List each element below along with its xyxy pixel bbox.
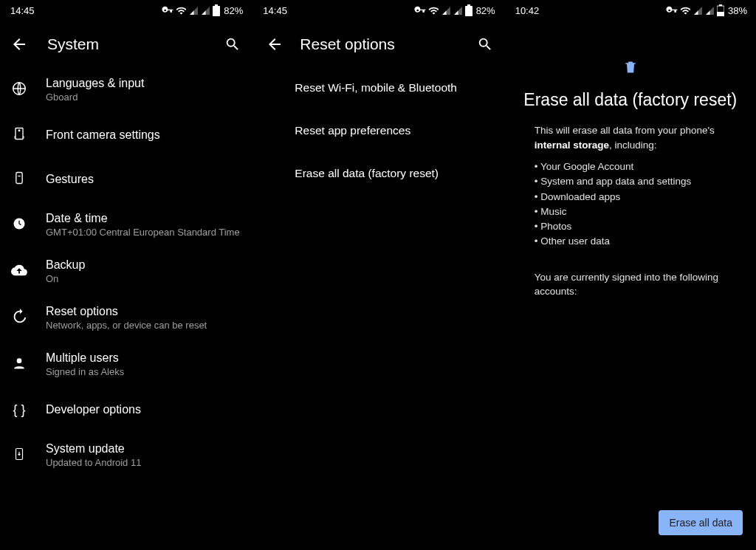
status-time: 14:45: [263, 5, 287, 16]
status-right: 82%: [414, 4, 495, 16]
selfie-camera-icon: [12, 126, 27, 144]
row-multiple-users[interactable]: Multiple usersSigned in as Aleks: [0, 341, 252, 388]
search-button[interactable]: [224, 35, 241, 53]
row-title: Date & time: [46, 212, 240, 225]
signal-icon: [189, 6, 199, 16]
battery-icon: [213, 4, 220, 16]
signal-icon: [441, 6, 451, 16]
row-title: Gestures: [46, 173, 94, 186]
page-title: Erase all data (factory reset): [515, 90, 746, 110]
row-title: System update: [46, 442, 141, 456]
factory-reset-accounts-note: You are currently signed into the follow…: [505, 250, 756, 299]
back-button[interactable]: [266, 35, 284, 53]
signal-icon: [705, 6, 715, 16]
screen-factory-reset: 10:42 38% Erase all data (factory reset)…: [504, 0, 756, 550]
trash-icon: [623, 59, 638, 78]
row-reset-options[interactable]: Reset optionsNetwork, apps, or device ca…: [0, 295, 252, 341]
svg-rect-9: [465, 6, 472, 16]
vpn-key-icon: [666, 4, 678, 16]
wifi-icon: [176, 5, 187, 16]
svg-rect-5: [16, 173, 22, 184]
row-front-camera[interactable]: Front camera settings: [0, 113, 252, 157]
status-battery: 82%: [476, 5, 495, 16]
screen-system: 14:45 82% System Languages & inputGbo: [0, 0, 252, 550]
status-bar: 14:45 82%: [0, 0, 252, 21]
cloud-upload-icon: [11, 262, 27, 281]
row-title: Multiple users: [46, 351, 124, 365]
person-icon: [12, 356, 27, 374]
wifi-icon: [680, 5, 691, 16]
status-battery: 82%: [224, 5, 243, 16]
row-system-update[interactable]: System updateUpdated to Android 11: [0, 432, 252, 478]
row-title: Reset options: [46, 305, 207, 318]
page-title: System: [47, 35, 205, 53]
row-backup[interactable]: BackupOn: [0, 248, 252, 295]
arrow-back-icon: [10, 35, 28, 53]
row-subtitle: Network, apps, or device can be reset: [46, 320, 207, 331]
wifi-icon: [428, 5, 439, 16]
vpn-key-icon: [414, 4, 426, 16]
history-icon: [11, 309, 27, 328]
erase-all-data-button[interactable]: Erase all data: [659, 510, 743, 535]
bullet-item: Photos: [535, 219, 738, 234]
factory-reset-intro: This will erase all data from your phone…: [505, 123, 756, 152]
bullet-item: Music: [535, 204, 738, 219]
vpn-key-icon: [162, 4, 173, 16]
row-gestures[interactable]: Gestures: [0, 157, 252, 202]
arrow-back-icon: [266, 35, 284, 53]
search-icon: [477, 36, 493, 52]
battery-icon: [465, 4, 472, 16]
status-bar: 14:45 82%: [252, 0, 504, 21]
status-time: 10:42: [515, 5, 540, 16]
row-reset-wifi-mobile-bt[interactable]: Reset Wi-Fi, mobile & Bluetooth: [252, 66, 504, 109]
row-subtitle: Updated to Android 11: [46, 457, 141, 468]
back-button[interactable]: [10, 35, 28, 53]
row-title: Reset app preferences: [295, 124, 410, 137]
svg-rect-0: [213, 6, 220, 16]
row-subtitle: GMT+01:00 Central European Standard Time: [46, 227, 240, 238]
factory-reset-body: Erase all data (factory reset) This will…: [505, 21, 756, 299]
signal-icon: [693, 6, 703, 16]
search-icon: [224, 36, 241, 52]
screen-reset-options: 14:45 82% Reset options Reset Wi-Fi, mob…: [252, 0, 504, 550]
row-developer-options[interactable]: { } Developer options: [0, 388, 252, 432]
app-header: Reset options: [252, 21, 504, 66]
row-title: Languages & input: [46, 77, 144, 90]
search-button[interactable]: [476, 35, 494, 53]
battery-icon: [717, 4, 724, 16]
row-subtitle: Signed in as Aleks: [46, 366, 124, 377]
clock-icon: [12, 216, 27, 234]
bullet-item: Your Google Account: [535, 159, 738, 174]
status-bar: 10:42 38%: [505, 0, 756, 21]
row-date-time[interactable]: Date & timeGMT+01:00 Central European St…: [0, 202, 252, 248]
status-battery: 38%: [728, 5, 747, 16]
row-subtitle: Gboard: [46, 92, 144, 103]
factory-reset-bullets: Your Google Account System and app data …: [505, 152, 756, 250]
braces-icon: { }: [13, 402, 25, 418]
svg-point-7: [17, 358, 22, 363]
gesture-icon: [12, 171, 27, 188]
settings-list: Languages & inputGboard Front camera set…: [0, 66, 252, 478]
app-header: System: [0, 21, 252, 66]
row-title: Reset Wi-Fi, mobile & Bluetooth: [295, 81, 457, 94]
row-erase-all-data[interactable]: Erase all data (factory reset): [252, 152, 504, 195]
svg-rect-10: [467, 4, 470, 6]
globe-icon: [11, 80, 27, 100]
svg-rect-13: [719, 4, 722, 6]
bullet-item: Downloaded apps: [535, 190, 738, 204]
svg-rect-1: [215, 4, 218, 6]
status-right: 82%: [162, 4, 243, 16]
svg-point-4: [18, 130, 20, 131]
status-time: 14:45: [10, 5, 35, 16]
signal-icon: [453, 6, 463, 16]
bullet-item: System and app data and settings: [535, 174, 738, 189]
row-languages-input[interactable]: Languages & inputGboard: [0, 66, 252, 113]
row-title: Front camera settings: [46, 128, 160, 142]
row-reset-app-prefs[interactable]: Reset app preferences: [252, 109, 504, 152]
row-title: Backup: [46, 258, 85, 272]
reset-options-list: Reset Wi-Fi, mobile & Bluetooth Reset ap…: [252, 66, 504, 195]
bullet-item: Other user data: [535, 234, 738, 249]
status-right: 38%: [666, 4, 747, 16]
row-title: Erase all data (factory reset): [295, 167, 439, 179]
signal-icon: [201, 6, 210, 16]
